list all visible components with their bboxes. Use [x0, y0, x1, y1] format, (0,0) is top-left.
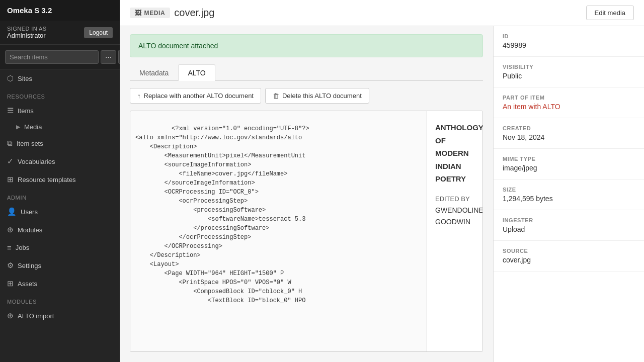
user-details: SIGNED IN AS Administrator	[7, 26, 47, 39]
right-panel: ID 459989 Visibility Public Part of item…	[493, 26, 644, 362]
preview-edited-by-label: EDITED BY	[435, 194, 474, 205]
edit-media-button[interactable]: Edit media	[586, 6, 634, 20]
created-label: Created	[503, 125, 635, 131]
alto-banner: ALTO document attached	[130, 34, 483, 57]
visibility-label: Visibility	[503, 64, 635, 70]
items-icon: ☰	[7, 106, 14, 115]
sidebar-item-jobs[interactable]: ≡ Jobs	[0, 239, 120, 256]
search-options-button[interactable]: ⋯	[101, 50, 116, 64]
arrow-icon: ▶	[16, 124, 20, 130]
vocabularies-icon: ✓	[7, 157, 14, 166]
user-info: SIGNED IN AS Administrator Logout	[0, 21, 120, 45]
sites-icon: ⬡	[7, 74, 14, 83]
breadcrumb: 🖼 MEDIA cover.jpg	[130, 7, 214, 19]
media-tag-label: MEDIA	[144, 10, 166, 17]
sidebar-item-resource-templates[interactable]: ⊞ Resource templates	[0, 170, 120, 189]
sidebar-item-item-sets[interactable]: ⧉ Item sets	[0, 134, 120, 152]
preview-line1: ANTHOLOGY OF MODERN INDIAN POETRY	[435, 121, 474, 186]
meta-id: ID 459989	[494, 26, 644, 57]
delete-alto-button[interactable]: 🗑 Delete this ALTO document	[265, 88, 369, 104]
part-of-item-label: Part of item	[503, 95, 635, 101]
preview-editor-name: GWENDOLINE GOODWIN	[435, 205, 474, 229]
sidebar-item-settings[interactable]: ⚙ Settings	[0, 256, 120, 275]
preview-poetry: POETRY	[435, 172, 474, 186]
sidebar-vocabularies-label: Vocabularies	[18, 158, 55, 165]
id-label: ID	[503, 33, 635, 39]
sidebar-item-media[interactable]: ▶ Media	[0, 120, 120, 134]
center-panel: ALTO document attached Metadata ALTO ↑ R…	[120, 26, 493, 362]
page-title: cover.jpg	[174, 7, 214, 19]
mime-type-value: image/jpeg	[503, 164, 635, 172]
meta-created: Created Nov 18, 2024	[494, 118, 644, 149]
xml-content: <?xml version="1.0" encoding="UTF-8"?> <…	[135, 125, 309, 304]
resource-templates-icon: ⊞	[7, 175, 14, 184]
replace-alto-button[interactable]: ↑ Replace with another ALTO document	[130, 88, 261, 104]
created-value: Nov 18, 2024	[503, 133, 635, 141]
preview-modern-indian: MODERN INDIAN	[435, 147, 474, 172]
tab-metadata[interactable]: Metadata	[130, 64, 178, 81]
assets-icon: ⊞	[7, 279, 14, 288]
item-sets-icon: ⧉	[7, 139, 13, 148]
signed-in-label: SIGNED IN AS	[7, 26, 47, 32]
meta-source: Source cover.jpg	[494, 241, 644, 272]
ingester-label: Ingester	[503, 217, 635, 223]
media-tag: 🖼 MEDIA	[130, 8, 170, 18]
sidebar-modules-label: Modules	[18, 226, 42, 234]
modules-section-label: MODULES	[0, 293, 120, 307]
meta-visibility: Visibility Public	[494, 57, 644, 87]
username: Administrator	[7, 32, 47, 39]
sidebar-assets-label: Assets	[18, 280, 37, 288]
source-value: cover.jpg	[503, 256, 635, 264]
main-content: 🖼 MEDIA cover.jpg Edit media ALTO docume…	[120, 0, 644, 362]
alto-preview-panel: ANTHOLOGY OF MODERN INDIAN POETRY EDITED…	[427, 111, 482, 351]
replace-icon: ↑	[137, 92, 141, 100]
sidebar-settings-label: Settings	[18, 262, 41, 269]
mime-type-label: MIME type	[503, 156, 635, 162]
trash-icon: 🗑	[273, 92, 279, 100]
sidebar-item-vocabularies[interactable]: ✓ Vocabularies	[0, 152, 120, 170]
source-label: Source	[503, 248, 635, 254]
alto-import-icon: ⊕	[7, 311, 14, 320]
tabs-bar: Metadata ALTO	[130, 64, 483, 81]
sidebar-item-assets[interactable]: ⊞ Assets	[0, 275, 120, 293]
action-buttons: ↑ Replace with another ALTO document 🗑 D…	[130, 88, 483, 104]
sidebar-item-modules[interactable]: ⊕ Modules	[0, 221, 120, 239]
media-tag-icon: 🖼	[135, 9, 142, 17]
meta-size: Size 1,294,595 bytes	[494, 179, 644, 210]
part-of-item-value[interactable]: An item with ALTO	[503, 103, 635, 111]
users-icon: 👤	[7, 207, 17, 216]
meta-ingester: Ingester Upload	[494, 210, 644, 241]
sidebar-item-alto-import[interactable]: ⊕ ALTO import	[0, 307, 120, 325]
sidebar-item-sets-label: Item sets	[17, 140, 43, 147]
search-input[interactable]	[5, 50, 99, 64]
alto-content-wrapper: <?xml version="1.0" encoding="UTF-8"?> <…	[130, 111, 483, 352]
app-title: Omeka S 3.2	[0, 0, 120, 21]
meta-part-of-item: Part of item An item with ALTO	[494, 87, 644, 118]
sidebar-alto-import-label: ALTO import	[18, 312, 54, 320]
logout-button[interactable]: Logout	[84, 27, 113, 38]
sidebar-item-sites[interactable]: ⬡ Sites	[0, 69, 120, 87]
sidebar-users-label: Users	[21, 208, 38, 216]
modules-icon: ⊕	[7, 225, 14, 234]
sidebar-item-items[interactable]: ☰ Items	[0, 102, 120, 120]
topbar-left: 🖼 MEDIA cover.jpg	[130, 7, 214, 19]
preview-anthology: ANTHOLOGY OF	[435, 121, 474, 147]
meta-mime-type: MIME type image/jpeg	[494, 149, 644, 179]
content-area: ALTO document attached Metadata ALTO ↑ R…	[120, 26, 644, 362]
admin-section-label: ADMIN	[0, 189, 120, 203]
sidebar-items-label: Items	[18, 107, 34, 115]
replace-button-label: Replace with another ALTO document	[144, 92, 254, 100]
size-value: 1,294,595 bytes	[503, 195, 635, 203]
resources-section-label: RESOURCES	[0, 87, 120, 102]
sidebar-item-users[interactable]: 👤 Users	[0, 203, 120, 221]
id-value: 459989	[503, 41, 635, 49]
alto-xml-panel[interactable]: <?xml version="1.0" encoding="UTF-8"?> <…	[130, 111, 427, 351]
visibility-value: Public	[503, 72, 635, 80]
sidebar: Omeka S 3.2 SIGNED IN AS Administrator L…	[0, 0, 120, 362]
jobs-icon: ≡	[7, 243, 12, 252]
tab-alto[interactable]: ALTO	[178, 64, 215, 81]
sidebar-media-label: Media	[24, 123, 42, 131]
sidebar-jobs-label: Jobs	[16, 244, 29, 251]
sidebar-resource-templates-label: Resource templates	[18, 176, 76, 184]
size-label: Size	[503, 187, 635, 193]
